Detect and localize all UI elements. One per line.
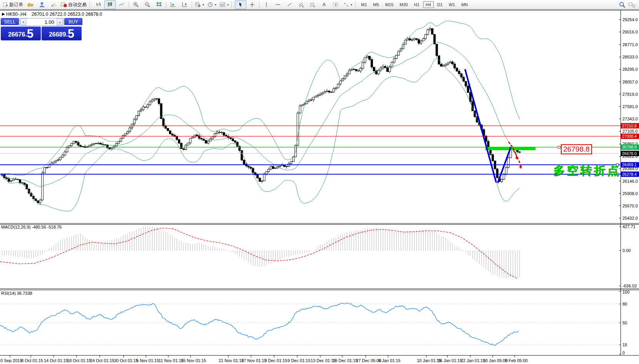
time-axis-label: 27 Dec 05:00 [356,358,381,363]
text-button[interactable]: A [318,0,330,9]
toolbar-separator [166,2,166,8]
templates-button[interactable]: ▾ [218,0,230,9]
toolbar-separator [259,2,259,8]
new-order-button[interactable]: 新订单 [1,0,25,9]
line-chart-button[interactable] [116,0,127,9]
timeframe-D1[interactable]: D1 [435,1,445,8]
volume-value[interactable]: 1.00 [27,18,57,25]
autotrading-button[interactable]: 自动交易 [59,0,88,9]
price-axis-flag-label: 26798.8 [622,145,637,149]
search-icon[interactable] [619,2,626,8]
arrows-button[interactable]: ▾ [341,0,354,9]
arrows-icon [343,2,349,8]
person-icon [39,2,45,8]
price-axis-label: 28295.0 [622,67,638,72]
one-click-trading-panel: SELL ▼ 1.00 ▲ BUY 26676.5 26689.5 [1,18,83,40]
rsi-axis-label: 50 [622,321,627,325]
toolbar-grip [89,2,92,8]
level-callout-label[interactable]: 26798.8 [561,144,592,154]
svg-text:E: E [302,5,304,8]
rsi-axis-label: 15 [622,342,627,347]
chart-symbol-period: HK50-,H4 [6,12,27,17]
time-axis-label: 27 Nov 01:15 [241,358,266,363]
chinese-annotation[interactable]: 多空转折点 [553,163,621,179]
price-axis-label: 28533.0 [622,55,638,59]
sell-price[interactable]: 26676.5 [1,27,41,40]
tile-windows-icon [156,2,162,8]
timeframe-H4[interactable]: H4 [423,1,434,8]
bar-chart-button[interactable] [93,0,104,9]
zoom-out-button[interactable] [142,0,153,9]
macd-axis-label: 0.00 [622,248,631,253]
timeframe-bar: M1M5M15M30H1H4D1W1MN [358,1,470,8]
object-handle[interactable] [558,146,560,148]
time-axis-label: 30 Jan 05:00 [483,358,508,363]
rsi-label: RSI(14) 36.7338 [1,291,32,296]
buy-price-frac: 5 [68,28,74,40]
crosshair-button[interactable] [246,0,258,9]
bollinger-band [2,58,520,211]
price-axis-flag-label: 26278.4 [622,172,637,177]
volume-decrease-button[interactable]: ▼ [20,18,27,25]
indicators-button[interactable]: ▾ [193,0,206,9]
history-center-button[interactable] [25,0,36,9]
equidistant-channel-button[interactable]: E [295,0,307,9]
crosshair-icon [249,2,255,8]
price-axis-flag-label: 27210.8 [622,124,637,128]
toolbar-separator [129,2,129,8]
volume-spinner: ▼ 1.00 ▲ [20,18,64,26]
timeframe-MN[interactable]: MN [458,1,470,8]
price-axis-label: 28771.0 [622,42,638,47]
text-label-button[interactable]: T [330,0,341,9]
vertical-line-button[interactable] [261,0,272,9]
timeframe-H1[interactable]: H1 [411,1,422,8]
new-order-icon [3,2,8,7]
trendline-icon [286,2,293,8]
timeframe-W1[interactable]: W1 [446,1,458,8]
tile-windows-button[interactable] [153,0,165,9]
buy-price[interactable]: 26689.5 [42,27,82,40]
sell-price-main: 26676 [8,30,25,40]
periods-button[interactable]: ▾ [206,0,218,9]
timeframe-M5[interactable]: M5 [370,1,381,8]
timeframe-M30[interactable]: M30 [397,1,410,8]
time-axis-label: 16 Jan 01:15 [438,358,462,363]
clock-icon [207,2,213,8]
timeframe-M15[interactable]: M15 [383,1,396,8]
buy-button[interactable]: BUY [64,18,82,26]
rsi-axis-label: 80 [622,302,627,306]
chart-shift-button[interactable] [179,0,191,9]
auto-scroll-button[interactable] [167,0,179,9]
signal-icon [50,2,57,8]
toolbar-grip [231,2,234,8]
chart-canvas: 29254.029016.028771.028533.028295.028057… [0,0,639,364]
price-axis-label: 27105.0 [622,129,638,134]
trendline-button[interactable] [284,0,295,9]
sell-button[interactable]: SELL [1,18,19,26]
price-axis-label: 27819.0 [622,92,638,97]
chart-shift-icon [182,2,188,8]
rsi-panel [0,303,519,346]
buy-price-main: 26689 [49,30,66,40]
cursor-button[interactable] [235,0,246,9]
community-button[interactable] [36,0,48,9]
horizontal-line-button[interactable] [272,0,284,9]
signals-button[interactable] [48,0,59,9]
line-chart-icon [119,2,125,8]
cursor-icon [238,2,244,8]
chart-ohlc: 26701.0 26722.0 26523.0 26678.0 [32,12,102,17]
price-axis-label: 25908.0 [622,191,638,196]
zoom-in-button[interactable] [130,0,142,9]
sell-price-frac: 5 [27,28,33,40]
timeframe-M1[interactable]: M1 [358,1,370,8]
price-axis-label: 29016.0 [622,30,638,34]
chart-marker-icon [2,13,5,16]
time-axis-label: 15 Nov 01:15 [181,358,206,363]
chat-icon[interactable] [628,2,636,8]
rsi-line [0,303,519,346]
fibonacci-button[interactable]: F [307,0,318,9]
horizontal-line-icon [275,2,281,8]
dropdown-caret-icon: ▾ [227,3,229,7]
volume-increase-button[interactable]: ▲ [57,18,63,25]
candlestick-button[interactable] [104,0,116,9]
